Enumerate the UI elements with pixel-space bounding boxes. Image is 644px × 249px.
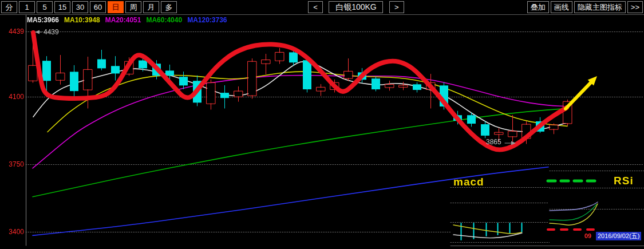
ma-legend: MA5:3966MA10:3948MA20:4051MA60:4040MA120…: [27, 16, 232, 24]
high-price-annotation: 4439: [44, 28, 59, 36]
symbol-button[interactable]: 白银100KG: [329, 1, 383, 13]
timeframe-button-周[interactable]: 周: [125, 1, 141, 13]
y-axis-label: 4100: [0, 93, 24, 101]
ma-legend-item: MA20:4051: [105, 16, 141, 24]
y-axis-label: 3750: [0, 160, 24, 168]
candlestick-chart-canvas[interactable]: [0, 0, 644, 249]
rsi-panel-label: RSi: [614, 175, 634, 187]
timeframe-button-月[interactable]: 月: [143, 1, 159, 13]
ma-legend-item: MA5:3966: [27, 16, 59, 24]
y-axis-label: 4439: [0, 27, 24, 35]
more-button[interactable]: >>: [627, 1, 643, 13]
timeframe-button-多[interactable]: 多: [161, 1, 177, 13]
ma-legend-item: MA120:3736: [187, 16, 227, 24]
low-price-annotation: 3865: [486, 138, 501, 146]
timeframe-button-60[interactable]: 60: [90, 1, 106, 13]
timeframe-button-1[interactable]: 1: [19, 1, 35, 13]
toolbar-right-group: 叠加画线隐藏主图指标>>: [526, 1, 643, 13]
ma-legend-item: MA10:3948: [64, 16, 100, 24]
trading-chart-window: 分15153060日周月多 < 白银100KG > 叠加画线隐藏主图指标>> M…: [0, 0, 644, 249]
ma-legend-item: MA60:4040: [146, 16, 182, 24]
timeframe-button-5[interactable]: 5: [37, 1, 53, 13]
timeframe-button-30[interactable]: 30: [72, 1, 88, 13]
timeframe-button-15[interactable]: 15: [54, 1, 70, 13]
timeframe-button-group: 分15153060日周月多: [1, 1, 179, 13]
current-date-label: 2016/09/02(五): [596, 232, 641, 240]
draw-line-button[interactable]: 画线: [551, 1, 572, 13]
prev-symbol-button[interactable]: <: [308, 1, 323, 13]
overlay-button[interactable]: 叠加: [527, 1, 549, 13]
next-symbol-button[interactable]: >: [389, 1, 404, 13]
timeframe-button-分[interactable]: 分: [1, 1, 17, 13]
y-axis-label: 3400: [0, 228, 24, 236]
symbol-group: < 白银100KG >: [308, 1, 408, 13]
toolbar: 分15153060日周月多 < 白银100KG > 叠加画线隐藏主图指标>>: [0, 0, 644, 15]
timeframe-button-日[interactable]: 日: [108, 1, 124, 13]
macd-panel-label: macd: [453, 176, 484, 188]
hide-main-indicators-button[interactable]: 隐藏主图指标: [574, 1, 626, 13]
month-axis-label: 09: [584, 232, 591, 239]
